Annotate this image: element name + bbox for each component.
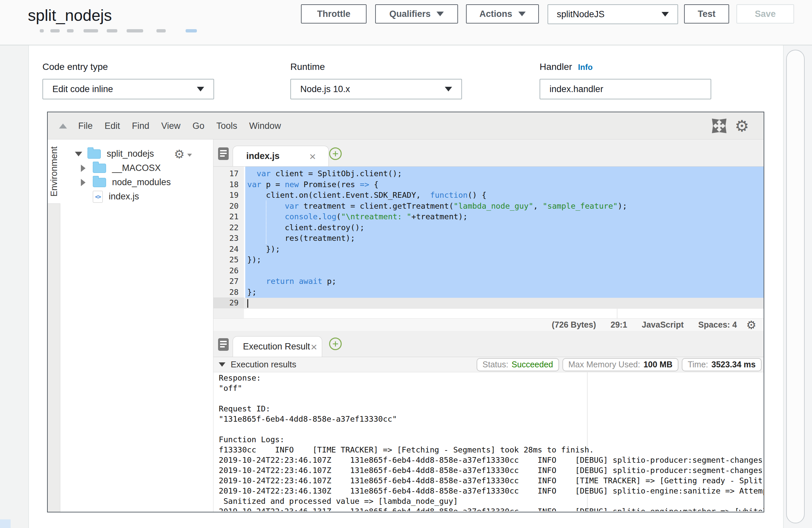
handler-input[interactable]: index.handler bbox=[539, 79, 711, 99]
code-line-26 bbox=[247, 265, 627, 276]
partial-top-line: }); bbox=[247, 166, 271, 168]
max-memory-badge-value: 100 MB bbox=[643, 360, 672, 369]
page-scrollbar-thumb[interactable] bbox=[786, 50, 805, 523]
folder-icon bbox=[93, 178, 106, 187]
close-tab-icon[interactable]: × bbox=[310, 341, 317, 352]
tab-list-icon[interactable] bbox=[217, 338, 231, 351]
tab-index-js[interactable]: index.js × bbox=[233, 146, 329, 166]
line-number: 17 bbox=[214, 168, 244, 179]
code-line-20: var treatment = client.getTreatment("lam… bbox=[247, 201, 627, 212]
tree-item--macosx[interactable]: __MACOSX bbox=[60, 161, 213, 175]
new-tab-plus-icon[interactable]: + bbox=[329, 338, 342, 350]
tree-settings-gear-icon[interactable]: ⚙ bbox=[174, 147, 192, 161]
tab-execution-result[interactable]: Execution Result × bbox=[233, 336, 322, 357]
tree-item-node-modules[interactable]: node_modules bbox=[60, 175, 213, 189]
line-number: 25 bbox=[214, 254, 244, 265]
function-header: split_nodejs Throttle Qualifiers Actions… bbox=[0, 0, 812, 45]
qualifiers-button-label: Qualifiers bbox=[389, 9, 431, 19]
collapse-up-icon[interactable] bbox=[59, 123, 67, 129]
code-entry-type-select[interactable]: Edit code inline bbox=[42, 79, 214, 99]
code-editor-area[interactable]: 17181920212223242526272829 var client = … bbox=[214, 166, 764, 318]
tree-item-label: node_modules bbox=[112, 177, 171, 188]
runtime-value: Node.js 10.x bbox=[300, 84, 350, 94]
test-button-label: Test bbox=[698, 9, 715, 19]
tree-item-index-js[interactable]: <>index.js bbox=[60, 189, 213, 204]
alias-selected-value: splitNodeJS bbox=[557, 9, 605, 19]
new-tab-plus-icon[interactable]: + bbox=[329, 147, 342, 160]
tree-item-label: split_nodejs bbox=[107, 149, 154, 159]
line-number: 24 bbox=[214, 244, 244, 255]
collapse-arrow-icon[interactable] bbox=[75, 152, 82, 156]
qualifiers-button[interactable]: Qualifiers bbox=[375, 4, 458, 24]
runtime-label: Runtime bbox=[290, 62, 325, 72]
execution-log-area[interactable]: Response: "off" Request ID: "131e865f-6e… bbox=[214, 372, 764, 511]
menu-tools[interactable]: Tools bbox=[216, 121, 237, 131]
status-item[interactable]: Spaces: 4 bbox=[698, 320, 737, 329]
folder-icon bbox=[87, 149, 101, 159]
code-line-28: }; bbox=[247, 287, 627, 298]
max-memory-badge-label: Max Memory Used: bbox=[568, 360, 640, 369]
runtime-select[interactable]: Node.js 10.x bbox=[290, 79, 462, 99]
code-entry-type-value: Edit code inline bbox=[52, 84, 113, 94]
environment-sidebar: Environment bbox=[48, 140, 60, 512]
status-item[interactable]: (726 Bytes) bbox=[552, 320, 596, 329]
editor-settings-gear-icon[interactable]: ⚙ bbox=[735, 118, 749, 134]
menu-find[interactable]: Find bbox=[132, 121, 149, 131]
menu-view[interactable]: View bbox=[161, 121, 180, 131]
collapse-down-icon[interactable] bbox=[219, 362, 226, 367]
code-line-23: res(treatment); bbox=[247, 233, 627, 244]
handler-label-text: Handler bbox=[539, 62, 572, 72]
execution-results-title: Execution results bbox=[231, 360, 296, 370]
execution-log: Response: "off" Request ID: "131e865f-6e… bbox=[219, 373, 764, 511]
close-tab-icon[interactable]: × bbox=[309, 151, 316, 162]
tab-index-js-label: index.js bbox=[246, 151, 280, 161]
expand-arrow-icon[interactable] bbox=[81, 165, 86, 172]
tree-item-label: __MACOSX bbox=[112, 163, 161, 173]
code-line-24: }); bbox=[247, 244, 627, 255]
save-button[interactable]: Save bbox=[737, 4, 794, 24]
chevron-down-icon bbox=[662, 12, 669, 17]
code-line-17: var client = SplitObj.client(); bbox=[247, 168, 627, 179]
text-cursor bbox=[247, 299, 248, 308]
expand-arrow-icon[interactable] bbox=[81, 179, 86, 186]
file-tree: split_nodejs⚙__MACOSXnode_modules<>index… bbox=[60, 140, 214, 512]
environment-tab[interactable]: Environment bbox=[48, 140, 60, 204]
line-number: 29 bbox=[214, 297, 244, 308]
fullscreen-icon[interactable] bbox=[712, 118, 727, 133]
status-item[interactable]: JavaScript bbox=[642, 320, 683, 329]
tree-item-label: index.js bbox=[109, 191, 139, 202]
menu-file[interactable]: File bbox=[78, 121, 93, 131]
handler-label: HandlerInfo bbox=[539, 62, 593, 72]
bottom-left-artifact bbox=[0, 519, 11, 528]
status-item[interactable]: 29:1 bbox=[610, 320, 627, 329]
line-number: 20 bbox=[214, 201, 244, 212]
line-numbers: 17181920212223242526272829 bbox=[214, 168, 244, 308]
environment-tab-label: Environment bbox=[49, 146, 59, 197]
actions-button-label: Actions bbox=[479, 9, 512, 19]
handler-value: index.handler bbox=[550, 84, 603, 94]
menu-edit[interactable]: Edit bbox=[105, 121, 120, 131]
code-line-25: }); bbox=[247, 254, 627, 265]
menu-go[interactable]: Go bbox=[192, 121, 204, 131]
code-line-22: client.destroy(); bbox=[247, 222, 627, 233]
code-line-18: var p = new Promise(res => { bbox=[247, 179, 627, 190]
throttle-button[interactable]: Throttle bbox=[301, 4, 366, 24]
code-entry-type-label: Code entry type bbox=[42, 62, 108, 72]
alias-select[interactable]: splitNodeJS bbox=[548, 4, 678, 24]
editor-menu: FileEditFindViewGoToolsWindow bbox=[78, 112, 281, 140]
tree-item-split-nodejs[interactable]: split_nodejs⚙ bbox=[60, 147, 213, 161]
statusbar-gear-icon[interactable]: ⚙ bbox=[746, 319, 756, 331]
max-memory-badge: Max Memory Used: 100 MB bbox=[563, 358, 679, 371]
test-button[interactable]: Test bbox=[684, 4, 729, 24]
handler-info-link[interactable]: Info bbox=[578, 63, 593, 72]
time-badge: Time: 3523.34 ms bbox=[682, 358, 762, 371]
code-editor-window: FileEditFindViewGoToolsWindow ⚙ Environm… bbox=[47, 112, 764, 512]
folder-icon bbox=[93, 164, 106, 173]
chevron-down-icon bbox=[445, 87, 452, 91]
lambda-function-page: split_nodejs Throttle Qualifiers Actions… bbox=[0, 0, 812, 528]
actions-button[interactable]: Actions bbox=[466, 4, 539, 24]
chevron-down-icon bbox=[518, 12, 526, 16]
line-number: 27 bbox=[214, 276, 244, 287]
menu-window[interactable]: Window bbox=[249, 121, 281, 131]
tab-list-icon[interactable] bbox=[217, 147, 231, 161]
